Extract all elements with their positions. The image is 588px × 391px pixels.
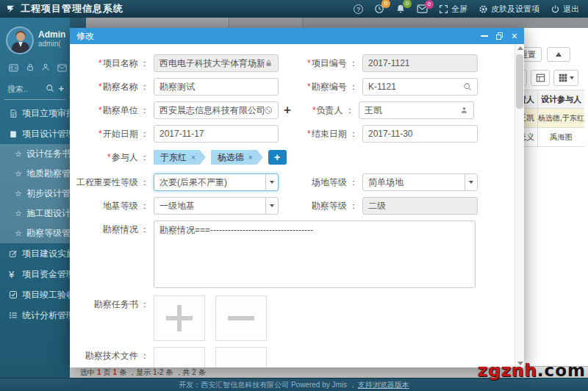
upload-add-box[interactable] <box>154 295 205 341</box>
sidebar-item-statistics[interactable]: 统计分析管理 <box>0 305 70 326</box>
star-icon: ☆ <box>15 149 26 159</box>
sidebar-item-geological-survey[interactable]: ☆ 地质勘察管理 <box>0 164 70 184</box>
edit-dialog: 修改 × *项目名称 ： *项目编号 ： *勘察名称 ： <box>70 28 524 367</box>
search-input[interactable] <box>6 84 46 94</box>
avatar <box>6 26 34 54</box>
upload-add-box[interactable] <box>154 347 205 367</box>
remove-tag-icon[interactable]: × <box>191 154 196 162</box>
sidebar-item-project-approval[interactable]: 项目立项审批 <box>0 103 70 123</box>
survey-no-field[interactable] <box>362 78 478 96</box>
sidebar-search: + <box>4 81 65 100</box>
survey-unit-field[interactable] <box>154 101 279 119</box>
notifications-icon[interactable]: 0 <box>395 4 406 14</box>
scroll-up-icon[interactable] <box>517 46 523 50</box>
history-badge: 0 <box>381 0 390 8</box>
survey-situation-textarea[interactable] <box>154 220 476 288</box>
participant-tag[interactable]: 于东红 × <box>154 150 206 165</box>
sidebar-item-project-design[interactable]: 项目设计管理 <box>0 123 70 144</box>
app-window: 工程项目管理信息系统 ? 0 0 0 全屏 皮肤及 <box>0 0 588 391</box>
add-participant-button[interactable]: + <box>268 150 287 165</box>
survey-situation-label: 勘察情况 ： <box>74 220 149 238</box>
user-icon[interactable] <box>41 62 50 75</box>
tab-active-stub[interactable] <box>70 18 86 28</box>
notifications-badge: 0 <box>403 0 412 8</box>
sidebar-item-preliminary-design[interactable]: ☆ 初步设计管理 <box>0 184 70 204</box>
search-icon[interactable] <box>463 82 472 91</box>
settings-button[interactable]: 皮肤及设置项 <box>478 4 539 15</box>
fullscreen-button[interactable]: 全屏 <box>439 4 467 15</box>
survey-grade-field[interactable] <box>362 197 478 215</box>
project-no-field[interactable] <box>362 54 478 72</box>
user-card[interactable]: Admin admin( <box>0 18 70 56</box>
logout-button[interactable]: 退出 <box>551 4 579 15</box>
minimize-icon[interactable] <box>481 35 488 37</box>
chevron-down-icon <box>465 174 477 190</box>
foundation-level-select[interactable]: 一级地基 <box>154 197 279 215</box>
header-actions: ? 0 0 0 全屏 皮肤及设置项 <box>354 4 582 15</box>
top-header: 工程项目管理信息系统 ? 0 0 0 全屏 皮肤及 <box>0 0 588 18</box>
project-name-label: *项目名称 ： <box>74 54 149 72</box>
start-date-label: *开始日期 ： <box>74 125 149 143</box>
dialog-titlebar: 修改 × <box>70 28 524 44</box>
participants-tags: 于东红 × 杨选德 × + <box>154 150 287 165</box>
col-participants: 设计参与人 <box>537 90 584 108</box>
sidebar-item-design-task-book[interactable]: ☆ 设计任务书管理 <box>0 144 70 164</box>
remove-tag-icon[interactable]: × <box>248 154 253 162</box>
maximize-icon[interactable] <box>496 32 503 40</box>
tab-segment[interactable] <box>229 18 303 28</box>
columns-button[interactable] <box>553 70 578 86</box>
dialog-body: *项目名称 ： *项目编号 ： *勘察名称 ： *勘察编号 ： <box>70 44 514 367</box>
messages-badge: 0 <box>425 0 434 9</box>
start-date-field[interactable] <box>154 125 279 143</box>
chevron-down-icon <box>265 174 278 190</box>
upload-remove-box[interactable] <box>215 347 267 367</box>
user-subtitle: admin( <box>38 40 65 48</box>
end-date-field[interactable] <box>362 125 478 143</box>
sidebar-item-project-funds[interactable]: ¥ 项目资金管理 <box>0 264 70 284</box>
lock-screen-icon[interactable] <box>26 62 35 75</box>
survey-tech-file-label: 勘察技术文件 ： <box>74 347 149 365</box>
upload-remove-icon[interactable] <box>228 305 254 331</box>
footer-text: 开发：西安汇智信息科技有限公司 Powered by Jmis ， <box>179 380 356 390</box>
collapse-button[interactable] <box>547 47 570 62</box>
app-logo-icon <box>6 4 16 14</box>
search-icon[interactable] <box>46 82 54 96</box>
sidebar-item-project-acceptance[interactable]: 项目竣工验收 <box>0 284 70 305</box>
site-level-select[interactable]: 简单场地 <box>362 173 478 191</box>
profile-card-icon[interactable] <box>9 62 18 75</box>
user-icon[interactable] <box>460 106 468 115</box>
importance-label: 工程重要性等级 ： <box>74 173 149 191</box>
importance-select[interactable]: 次要(后果不严重) <box>154 173 279 191</box>
leader-field[interactable] <box>359 101 474 119</box>
search-add-icon[interactable]: + <box>58 85 64 93</box>
project-name-field[interactable] <box>154 54 279 72</box>
site-level-label: 场地等级 ： <box>279 173 358 191</box>
sidebar-item-survey-level[interactable]: ☆ 勘察等级管理 <box>0 223 70 243</box>
survey-name-field[interactable] <box>154 78 279 96</box>
mail-quick-icon[interactable] <box>57 62 67 75</box>
watermark: zgznh.com <box>478 361 586 380</box>
project-no-label: *项目编号 ： <box>279 54 358 72</box>
foundation-level-label: 地基等级 ： <box>74 197 149 215</box>
close-icon[interactable]: × <box>512 32 517 40</box>
browser-support-link[interactable]: 支持浏览器版本 <box>358 380 409 390</box>
participant-tag[interactable]: 杨选德 × <box>211 150 263 165</box>
add-unit-button[interactable]: + <box>284 101 291 119</box>
document-icon <box>9 109 22 118</box>
book-icon <box>9 129 22 139</box>
tab-strip <box>70 18 588 28</box>
survey-no-label: *勘察编号 ： <box>279 78 358 96</box>
sidebar-item-project-build[interactable]: 项目建设实施 <box>0 243 70 264</box>
help-icon[interactable]: ? <box>354 4 363 14</box>
sidebar-item-construction-drawing[interactable]: ☆ 施工图设计管理 <box>0 204 70 223</box>
scrollbar-thumb[interactable] <box>516 54 523 109</box>
upload-add-icon[interactable] <box>166 305 193 331</box>
messages-icon[interactable]: 0 <box>417 4 428 13</box>
survey-grade-label: 勘察等级 ： <box>279 197 358 215</box>
table-view-button[interactable] <box>531 70 550 86</box>
upload-remove-box[interactable] <box>215 295 267 341</box>
tab-segment[interactable] <box>86 18 229 28</box>
star-icon: ☆ <box>15 229 26 238</box>
history-icon[interactable]: 0 <box>374 4 384 14</box>
org-picker-icon[interactable] <box>264 106 273 115</box>
